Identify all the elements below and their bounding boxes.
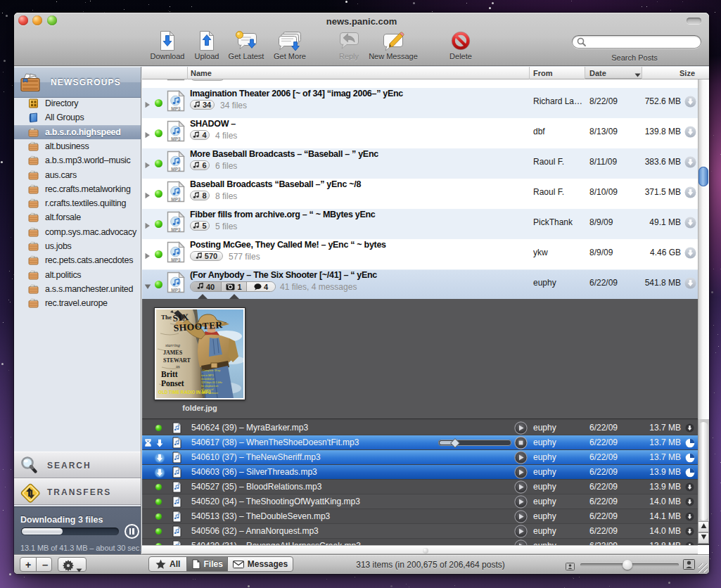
svg-text:The: The bbox=[161, 314, 172, 321]
svg-text:MP3: MP3 bbox=[171, 197, 181, 202]
svg-text:MP3: MP3 bbox=[171, 167, 181, 172]
svg-text:MP3: MP3 bbox=[171, 79, 181, 80]
svg-text:MP3: MP3 bbox=[171, 227, 181, 232]
svg-text:run in MP3: run in MP3 bbox=[201, 374, 213, 377]
svg-text:as: as bbox=[176, 364, 180, 369]
svg-text:128 kbps 44.1 kHz: 128 kbps 44.1 kHz bbox=[201, 381, 222, 384]
svg-text:MP3: MP3 bbox=[171, 136, 181, 141]
svg-text:MP3 Hardware: MP3 Hardware bbox=[201, 392, 218, 395]
svg-text:starring: starring bbox=[165, 343, 181, 347]
svg-text:for playback on: for playback on bbox=[201, 385, 218, 388]
svg-text:Ponset: Ponset bbox=[161, 379, 184, 388]
svg-text:Britt: Britt bbox=[161, 370, 178, 378]
svg-text:STEWART: STEWART bbox=[163, 357, 191, 364]
svg-text:Complete 39 ep: Complete 39 ep bbox=[203, 369, 220, 372]
svg-text:MP3: MP3 bbox=[171, 106, 181, 111]
svg-text:JAMES: JAMES bbox=[163, 350, 183, 356]
svg-text:MP3: MP3 bbox=[171, 257, 181, 262]
svg-text:all types of: all types of bbox=[201, 388, 213, 391]
svg-text:recorded at: recorded at bbox=[201, 378, 214, 381]
svg-text:MP3: MP3 bbox=[171, 288, 181, 293]
